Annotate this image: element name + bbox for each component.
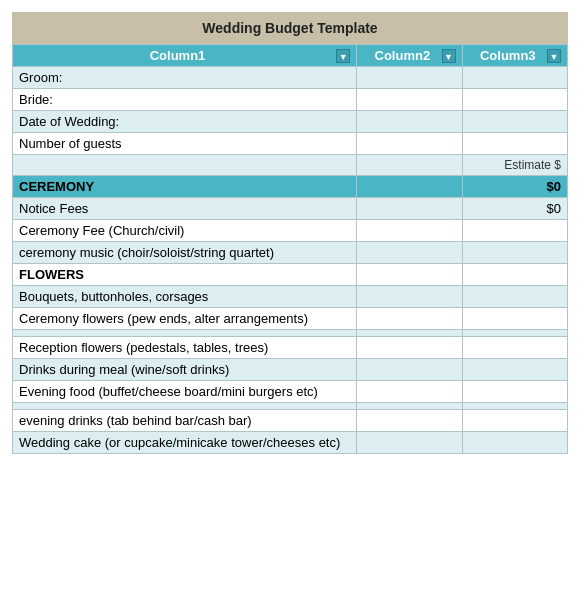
row-col3 [462, 308, 567, 330]
row-col2 [357, 381, 462, 403]
row-col2 [357, 286, 462, 308]
row-col3: $0 [462, 176, 567, 198]
row-col3 [462, 133, 567, 155]
row-col2 [357, 403, 462, 410]
table-row: Drinks during meal (wine/soft drinks) [13, 359, 568, 381]
table-row: Estimate $ [13, 155, 568, 176]
row-col1: Groom: [13, 67, 357, 89]
column3-header[interactable]: Column3 ▼ [462, 45, 567, 67]
row-col2 [357, 220, 462, 242]
row-col1 [13, 155, 357, 176]
row-col3: Estimate $ [462, 155, 567, 176]
row-col2 [357, 359, 462, 381]
page-title: Wedding Budget Template [12, 12, 568, 44]
table-row: Wedding cake (or cupcake/minicake tower/… [13, 432, 568, 454]
row-col1 [13, 330, 357, 337]
row-col1: Ceremony flowers (pew ends, alter arrang… [13, 308, 357, 330]
row-col3 [462, 89, 567, 111]
row-col1: Number of guests [13, 133, 357, 155]
row-col2 [357, 89, 462, 111]
row-col3 [462, 337, 567, 359]
row-col3 [462, 381, 567, 403]
table-row: CEREMONY$0 [13, 176, 568, 198]
row-col1: CEREMONY [13, 176, 357, 198]
row-col2 [357, 330, 462, 337]
row-col3 [462, 359, 567, 381]
table-row: Date of Wedding: [13, 111, 568, 133]
row-col1 [13, 403, 357, 410]
row-col3: $0 [462, 198, 567, 220]
row-col1: Ceremony Fee (Church/civil) [13, 220, 357, 242]
table-row: FLOWERS [13, 264, 568, 286]
table-row [13, 403, 568, 410]
row-col2 [357, 242, 462, 264]
row-col1: Bride: [13, 89, 357, 111]
table-row [13, 330, 568, 337]
row-col3 [462, 410, 567, 432]
row-col2 [357, 264, 462, 286]
table-header-row: Column1 ▼ Column2 ▼ Column3 ▼ [13, 45, 568, 67]
row-col1: Notice Fees [13, 198, 357, 220]
row-col2 [357, 176, 462, 198]
row-col2 [357, 198, 462, 220]
row-col1: Reception flowers (pedestals, tables, tr… [13, 337, 357, 359]
table-row: Ceremony Fee (Church/civil) [13, 220, 568, 242]
row-col2 [357, 308, 462, 330]
row-col3 [462, 330, 567, 337]
row-col1: Wedding cake (or cupcake/minicake tower/… [13, 432, 357, 454]
row-col2 [357, 155, 462, 176]
table-row: Bride: [13, 89, 568, 111]
table-row: evening drinks (tab behind bar/cash bar) [13, 410, 568, 432]
row-col3 [462, 67, 567, 89]
row-col1: Date of Wedding: [13, 111, 357, 133]
table-row: Bouquets, buttonholes, corsages [13, 286, 568, 308]
table-row: ceremony music (choir/soloist/string qua… [13, 242, 568, 264]
row-col2 [357, 111, 462, 133]
column1-dropdown[interactable]: ▼ [336, 49, 350, 63]
table-row: Notice Fees$0 [13, 198, 568, 220]
row-col1: Evening food (buffet/cheese board/mini b… [13, 381, 357, 403]
row-col2 [357, 432, 462, 454]
budget-table: Column1 ▼ Column2 ▼ Column3 ▼ Groom:Brid… [12, 44, 568, 454]
row-col3 [462, 432, 567, 454]
row-col1: evening drinks (tab behind bar/cash bar) [13, 410, 357, 432]
row-col3 [462, 264, 567, 286]
row-col3 [462, 111, 567, 133]
table-row: Number of guests [13, 133, 568, 155]
row-col3 [462, 242, 567, 264]
column3-dropdown[interactable]: ▼ [547, 49, 561, 63]
row-col2 [357, 410, 462, 432]
row-col1: Bouquets, buttonholes, corsages [13, 286, 357, 308]
page-wrapper: Wedding Budget Template Column1 ▼ Column… [0, 0, 580, 466]
row-col1: FLOWERS [13, 264, 357, 286]
column2-label: Column2 [375, 48, 431, 63]
row-col1: ceremony music (choir/soloist/string qua… [13, 242, 357, 264]
row-col2 [357, 337, 462, 359]
column2-header[interactable]: Column2 ▼ [357, 45, 462, 67]
column2-dropdown[interactable]: ▼ [442, 49, 456, 63]
row-col3 [462, 220, 567, 242]
table-row: Evening food (buffet/cheese board/mini b… [13, 381, 568, 403]
column1-label: Column1 [150, 48, 206, 63]
row-col3 [462, 286, 567, 308]
table-row: Ceremony flowers (pew ends, alter arrang… [13, 308, 568, 330]
row-col2 [357, 67, 462, 89]
row-col3 [462, 403, 567, 410]
table-row: Reception flowers (pedestals, tables, tr… [13, 337, 568, 359]
row-col1: Drinks during meal (wine/soft drinks) [13, 359, 357, 381]
table-row: Groom: [13, 67, 568, 89]
row-col2 [357, 133, 462, 155]
column1-header[interactable]: Column1 ▼ [13, 45, 357, 67]
column3-label: Column3 [480, 48, 536, 63]
